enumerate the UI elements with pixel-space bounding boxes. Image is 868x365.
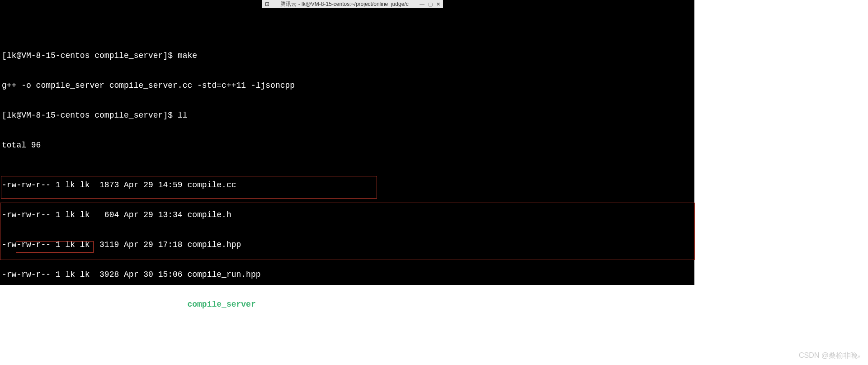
file-row: -rw-rw-r-- 1 lk lk 1166 Apr 30 15:44 com… bbox=[2, 329, 693, 339]
file-row: -rwxrwxr-x 1 lk lk 56496 Apr 30 15:51 co… bbox=[2, 299, 693, 309]
file-name: makefile bbox=[187, 360, 226, 365]
file-row: -rw-rw-r-- 1 lk lk 604 Apr 29 13:34 comp… bbox=[2, 210, 693, 220]
file-name: compile_server bbox=[187, 300, 255, 309]
file-row: -rw-rw-r-- 1 lk lk 110 Apr 30 15:16 make… bbox=[2, 359, 693, 365]
output-text: g++ -o compile_server compile_server.cc … bbox=[2, 81, 295, 90]
terminal-line: total 96 bbox=[2, 140, 693, 150]
file-name: compile_server.cc bbox=[187, 330, 270, 339]
terminal-line: g++ -o compile_server compile_server.cc … bbox=[2, 81, 693, 90]
file-name: compile_run.hpp bbox=[187, 270, 260, 279]
file-row: -rw-rw-r-- 1 lk lk 3119 Apr 29 17:18 com… bbox=[2, 240, 693, 250]
file-name: compile.hpp bbox=[187, 240, 241, 249]
window-title: 腾讯云 - lk@VM-8-15-centos:~/project/online… bbox=[280, 0, 408, 8]
file-perms: -rw-rw-r-- 1 lk lk 3119 Apr 29 17:18 bbox=[2, 240, 187, 249]
command-text: ll bbox=[178, 111, 188, 120]
file-perms: -rw-rw-r-- 1 lk lk 3928 Apr 30 15:06 bbox=[2, 270, 187, 279]
close-icon[interactable]: ✕ bbox=[436, 0, 440, 8]
maximize-icon[interactable]: ▢ bbox=[428, 0, 433, 8]
terminal-line: [lk@VM-8-15-centos compile_server]$ make bbox=[2, 51, 693, 61]
file-name: compile.cc bbox=[187, 180, 236, 190]
terminal-window[interactable]: ⊡ 腾讯云 - lk@VM-8-15-centos:~/project/onli… bbox=[0, 0, 694, 285]
watermark-text: CSDN @桑榆非晚ᵥ bbox=[799, 351, 861, 360]
file-row: -rw-rw-r-- 1 lk lk 1873 Apr 29 14:59 com… bbox=[2, 180, 693, 190]
file-perms: -rw-rw-r-- 1 lk lk 604 Apr 29 13:34 bbox=[2, 210, 187, 219]
file-name: compile.h bbox=[187, 210, 231, 219]
command-text: make bbox=[178, 51, 197, 60]
file-perms: -rwxrwxr-x 1 lk lk 56496 Apr 30 15:51 bbox=[2, 300, 187, 309]
minimize-icon[interactable]: — bbox=[420, 0, 425, 8]
prompt: [lk@VM-8-15-centos compile_server]$ bbox=[2, 111, 178, 120]
file-row: -rw-rw-r-- 1 lk lk 3928 Apr 30 15:06 com… bbox=[2, 270, 693, 280]
pin-icon[interactable]: ⊡ bbox=[265, 0, 269, 8]
file-perms: -rw-rw-r-- 1 lk lk 1166 Apr 30 15:44 bbox=[2, 330, 187, 339]
file-perms: -rw-rw-r-- 1 lk lk 1873 Apr 29 14:59 bbox=[2, 180, 187, 190]
file-perms: -rw-rw-r-- 1 lk lk 110 Apr 30 15:16 bbox=[2, 360, 187, 365]
output-text: total 96 bbox=[2, 141, 41, 150]
window-titlebar: ⊡ 腾讯云 - lk@VM-8-15-centos:~/project/onli… bbox=[262, 0, 443, 8]
prompt: [lk@VM-8-15-centos compile_server]$ bbox=[2, 51, 178, 60]
terminal-line: [lk@VM-8-15-centos compile_server]$ ll bbox=[2, 110, 693, 120]
